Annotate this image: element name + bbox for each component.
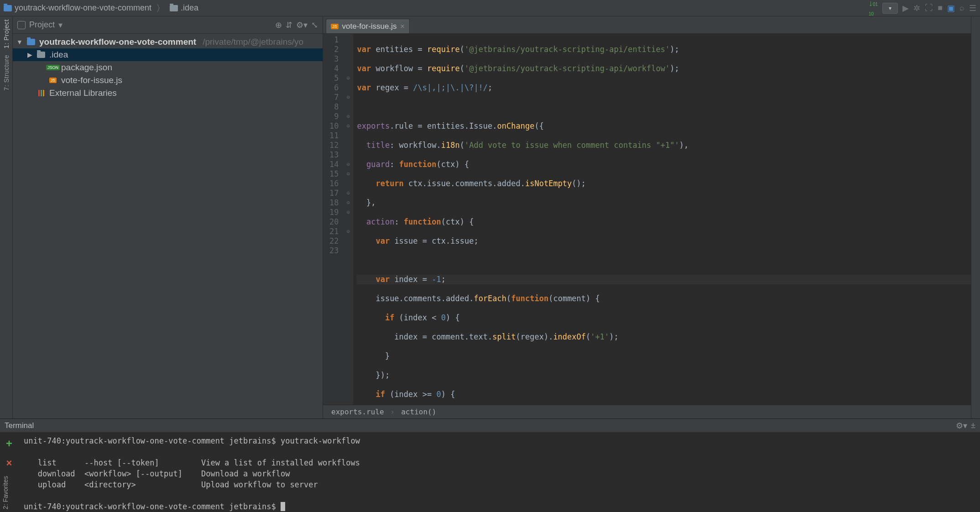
right-tool-strip (971, 16, 980, 418)
terminal-output[interactable]: unit-740:youtrack-workflow-one-vote-comm… (18, 433, 980, 512)
line-number-gutter: 1234567891011121314151617181920212223 (323, 34, 343, 405)
code-editor[interactable]: 1234567891011121314151617181920212223 ⊖⊖… (323, 34, 971, 405)
tree-file-package-label: package.json (61, 63, 112, 73)
gutter-icons: ⊖⊖⊖⊖⊖⊖⊖⊖⊖⊖ (343, 34, 353, 405)
terminal-title: Terminal (5, 421, 34, 430)
code-breadcrumb-2[interactable]: action() (401, 408, 436, 416)
libraries-icon (38, 90, 44, 96)
search-everywhere-icon[interactable]: ⌕ (959, 3, 964, 13)
coverage-icon[interactable]: ⛶ (925, 3, 933, 13)
breadcrumb-root-label: youtrack-workflow-one-vote-comment (15, 3, 151, 13)
tree-root[interactable]: ▼ youtrack-workflow-one-vote-comment /pr… (13, 36, 323, 48)
drawer-icon[interactable]: ☰ (969, 3, 976, 13)
gear-icon[interactable]: ⚙▾ (956, 421, 967, 431)
toolbar-run-tools: ↓0110 ▾ ▶ ✲ ⛶ ■ ▣ ⌕ ☰ (869, 0, 976, 18)
tree-root-path: /private/tmp/@jetbrains/yo (203, 37, 303, 47)
tool-tab-structure[interactable]: 7: Structure (3, 55, 10, 90)
editor-tab-votejs[interactable]: JS vote-for-issue.js × (326, 19, 410, 33)
folder-icon (37, 52, 45, 58)
tool-tab-project[interactable]: 1: Project (3, 19, 10, 48)
debug-icon[interactable]: ✲ (913, 3, 920, 13)
tree-file-votejs[interactable]: JS vote-for-issue.js (13, 74, 323, 87)
project-panel-header: Project ▾ ⊕ ⇵ ⚙▾ ⤡ (13, 16, 323, 34)
gear-icon[interactable]: ⚙▾ (296, 20, 308, 30)
code-content[interactable]: var entities = require('@jetbrains/youtr… (353, 34, 971, 405)
folder-icon (170, 5, 178, 11)
vcs-update-icon[interactable]: ↓0110 (869, 0, 878, 18)
json-file-icon: JSON (46, 65, 60, 70)
tree-root-label: youtrack-workflow-one-vote-comment (39, 37, 196, 47)
breadcrumb-root[interactable]: youtrack-workflow-one-vote-comment (4, 3, 151, 13)
hide-icon[interactable]: ⤡ (311, 20, 318, 30)
collapse-icon[interactable]: ⇵ (286, 20, 292, 30)
terminal-icon[interactable]: ▣ (947, 3, 955, 13)
project-tool-window: Project ▾ ⊕ ⇵ ⚙▾ ⤡ ▼ youtrack-workflow-o… (13, 16, 323, 418)
close-icon[interactable]: × (401, 22, 405, 31)
stop-icon[interactable]: ■ (938, 3, 943, 13)
close-session-icon[interactable]: × (6, 457, 12, 469)
breadcrumb-idea[interactable]: .idea (170, 3, 198, 13)
left-tool-strip: 1: Project 7: Structure (0, 16, 13, 418)
hide-icon[interactable]: ± (971, 421, 975, 430)
tree-external-libraries[interactable]: External Libraries (13, 87, 323, 99)
editor-tab-label: vote-for-issue.js (342, 22, 397, 31)
tool-tab-favorites[interactable]: 2: Favorites (2, 476, 9, 509)
editor: JS vote-for-issue.js × 12345678910111213… (323, 16, 971, 418)
breadcrumb-idea-label: .idea (181, 3, 198, 13)
tree-ext-libs-label: External Libraries (49, 88, 117, 98)
code-breadcrumb-1[interactable]: exports.rule (331, 408, 384, 416)
expand-arrow-icon[interactable]: ▶ (26, 51, 33, 58)
terminal-tool-window: Terminal ⚙▾ ± + × unit-740:youtrack-work… (0, 418, 980, 512)
run-icon[interactable]: ▶ (902, 3, 909, 13)
js-file-icon: JS (49, 78, 57, 83)
tree-folder-idea[interactable]: ▶ .idea (13, 48, 323, 61)
terminal-header: Terminal ⚙▾ ± (0, 419, 980, 433)
run-config-dropdown[interactable]: ▾ (882, 3, 898, 14)
js-file-icon: JS (331, 24, 339, 29)
project-panel-title: Project (29, 20, 55, 30)
folder-icon (27, 39, 35, 45)
navigation-bar: youtrack-workflow-one-vote-comment 〉 .id… (0, 0, 980, 16)
chevron-right-icon: 〉 (156, 4, 165, 13)
project-view-icon[interactable] (17, 21, 26, 29)
code-structure-breadcrumb: exports.rule › action() (323, 405, 971, 418)
tree-folder-idea-label: .idea (49, 50, 68, 60)
tree-file-votejs-label: vote-for-issue.js (61, 75, 122, 85)
editor-tab-bar: JS vote-for-issue.js × (323, 16, 971, 34)
expand-arrow-icon[interactable]: ▼ (16, 38, 23, 46)
locate-icon[interactable]: ⊕ (275, 20, 282, 30)
project-tree[interactable]: ▼ youtrack-workflow-one-vote-comment /pr… (13, 34, 323, 418)
tree-file-package[interactable]: JSON package.json (13, 61, 323, 74)
folder-icon (4, 5, 12, 11)
new-session-icon[interactable]: + (6, 437, 12, 450)
